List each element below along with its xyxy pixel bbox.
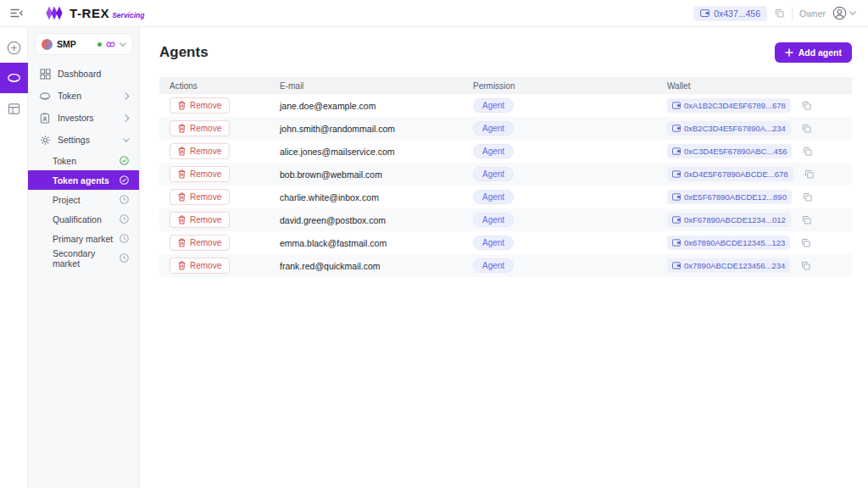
remove-label: Remove bbox=[190, 192, 221, 202]
settings-submenu: Token Token agents Project bbox=[28, 151, 139, 268]
icon-rail bbox=[0, 27, 28, 488]
email-cell: jane.doe@example.com bbox=[270, 101, 463, 111]
sidebar-item-qualification[interactable]: Qualification bbox=[28, 209, 139, 229]
permission-cell: Agent bbox=[463, 190, 657, 204]
sidebar-item-project[interactable]: Project bbox=[28, 190, 139, 209]
sidebar-item-label: Investors bbox=[58, 113, 94, 123]
wallet-chip[interactable]: 0xF67890ABCDE1234...012 bbox=[667, 213, 791, 227]
actions-cell: Remove bbox=[159, 258, 270, 274]
wallet-chip[interactable]: 0xE5F67890ABCDE12...890 bbox=[667, 190, 792, 204]
copy-wallet-button[interactable] bbox=[801, 214, 812, 225]
email-cell: john.smith@randommail.com bbox=[270, 124, 463, 134]
copy-wallet-button[interactable] bbox=[804, 169, 815, 180]
table-body: Remove jane.doe@example.com Agent 0xA1B2… bbox=[159, 94, 852, 277]
email-cell: bob.brown@webmail.com bbox=[270, 169, 463, 180]
remove-button[interactable]: Remove bbox=[170, 120, 230, 136]
sidebar-menu: Dashboard Token Investors Settings bbox=[28, 63, 139, 268]
rail-add-button[interactable] bbox=[0, 32, 28, 63]
copy-icon bbox=[775, 8, 784, 18]
wallet-icon bbox=[672, 102, 681, 109]
org-selector[interactable]: SMP bbox=[35, 33, 133, 55]
remove-button[interactable]: Remove bbox=[170, 189, 230, 205]
clock-icon bbox=[120, 253, 129, 263]
sidebar-item-settings-token[interactable]: Token bbox=[28, 151, 139, 170]
wallet-chip[interactable]: 0xA1B2C3D4E5F6789...678 bbox=[667, 98, 791, 113]
email-cell: frank.red@quickmail.com bbox=[270, 261, 463, 271]
permission-badge: Agent bbox=[473, 144, 514, 158]
remove-button[interactable]: Remove bbox=[170, 235, 230, 251]
permission-cell: Agent bbox=[463, 213, 657, 227]
sidebar-item-label: Secondary market bbox=[53, 248, 120, 269]
remove-label: Remove bbox=[190, 124, 221, 133]
trash-icon bbox=[178, 147, 186, 156]
collapse-sidebar-button[interactable] bbox=[8, 7, 25, 19]
permission-cell: Agent bbox=[463, 258, 657, 273]
column-header-email: E-mail bbox=[270, 81, 463, 91]
token-icon bbox=[7, 72, 21, 84]
copy-wallet-button[interactable] bbox=[802, 146, 813, 157]
wallet-chip[interactable]: 0x7890ABCDE123456...234 bbox=[667, 258, 790, 273]
permission-badge: Agent bbox=[473, 190, 514, 204]
top-bar-left: T-REX Servicing bbox=[8, 6, 144, 20]
copy-wallet-button[interactable] bbox=[801, 100, 812, 111]
sidebar-item-token[interactable]: Token bbox=[28, 85, 139, 107]
rail-projects-button[interactable] bbox=[0, 93, 28, 124]
remove-button[interactable]: Remove bbox=[170, 212, 230, 228]
copy-icon bbox=[804, 169, 814, 179]
remove-button[interactable]: Remove bbox=[170, 166, 230, 182]
permission-badge: Agent bbox=[473, 213, 514, 227]
wallet-chip[interactable]: 0xC3D4E5F67890ABC...456 bbox=[667, 144, 792, 158]
table-row: Remove jane.doe@example.com Agent 0xA1B2… bbox=[159, 94, 852, 117]
sidebar-item-settings[interactable]: Settings bbox=[28, 129, 139, 151]
add-agent-button[interactable]: Add agent bbox=[775, 42, 852, 63]
org-name-label: SMP bbox=[57, 39, 93, 49]
header-copy-button[interactable] bbox=[774, 8, 785, 19]
permission-badge: Agent bbox=[473, 98, 514, 113]
remove-label: Remove bbox=[190, 261, 221, 270]
actions-cell: Remove bbox=[159, 212, 270, 228]
top-bar: T-REX Servicing 0x437...456 Owner bbox=[0, 0, 868, 27]
chevron-down-icon bbox=[123, 138, 130, 142]
trash-icon bbox=[178, 215, 186, 225]
remove-button[interactable]: Remove bbox=[170, 97, 230, 114]
copy-wallet-button[interactable] bbox=[800, 260, 811, 271]
wallet-address: 0xE5F67890ABCDE12...890 bbox=[684, 192, 787, 202]
investors-icon bbox=[40, 113, 50, 124]
agents-table: Actions E-mail Permission Wallet Remove … bbox=[159, 77, 852, 277]
sidebar-item-label: Settings bbox=[58, 135, 90, 145]
copy-wallet-button[interactable] bbox=[800, 237, 811, 248]
rail-token-button[interactable] bbox=[0, 63, 28, 93]
wallet-icon bbox=[672, 216, 681, 224]
copy-wallet-button[interactable] bbox=[802, 191, 813, 202]
sidebar-item-token-agents[interactable]: Token agents bbox=[28, 170, 139, 190]
wallet-chip[interactable]: 0x67890ABCDE12345...123 bbox=[667, 236, 790, 250]
sidebar-item-primary-market[interactable]: Primary market bbox=[28, 229, 139, 248]
status-dot bbox=[97, 42, 102, 47]
remove-button[interactable]: Remove bbox=[170, 143, 230, 159]
wallet-address: 0xD4E5F67890ABCDE...678 bbox=[684, 169, 788, 179]
plus-circle-icon bbox=[7, 41, 21, 55]
body-layout: SMP Dashboard Token Investor bbox=[0, 27, 868, 488]
wallet-chip[interactable]: 0xD4E5F67890ABCDE...678 bbox=[667, 167, 793, 181]
sidebar-item-label: Token bbox=[53, 156, 76, 166]
sidebar: SMP Dashboard Token Investor bbox=[28, 27, 140, 488]
header-wallet-chip[interactable]: 0x437...456 bbox=[693, 6, 767, 21]
permission-cell: Agent bbox=[463, 121, 657, 136]
wallet-chip[interactable]: 0xB2C3D4E5F67890A...234 bbox=[667, 121, 791, 136]
main-content: Agents Add agent Actions E-mail Permissi… bbox=[140, 27, 868, 488]
sidebar-item-secondary-market[interactable]: Secondary market bbox=[28, 248, 139, 268]
chevron-down-icon bbox=[120, 42, 126, 47]
copy-wallet-button[interactable] bbox=[801, 123, 812, 134]
table-row: Remove bob.brown@webmail.com Agent 0xD4E… bbox=[159, 163, 852, 186]
wallet-icon bbox=[672, 262, 681, 269]
remove-label: Remove bbox=[190, 101, 221, 110]
sidebar-item-dashboard[interactable]: Dashboard bbox=[28, 63, 139, 85]
account-menu-button[interactable] bbox=[832, 6, 856, 20]
wallet-icon bbox=[672, 170, 681, 178]
sidebar-item-investors[interactable]: Investors bbox=[28, 107, 139, 129]
permission-badge: Agent bbox=[473, 258, 514, 273]
wallet-cell: 0xF67890ABCDE1234...012 bbox=[657, 213, 852, 227]
remove-button[interactable]: Remove bbox=[170, 258, 230, 274]
header-wallet-address: 0x437...456 bbox=[714, 8, 760, 19]
trash-icon bbox=[178, 261, 186, 270]
